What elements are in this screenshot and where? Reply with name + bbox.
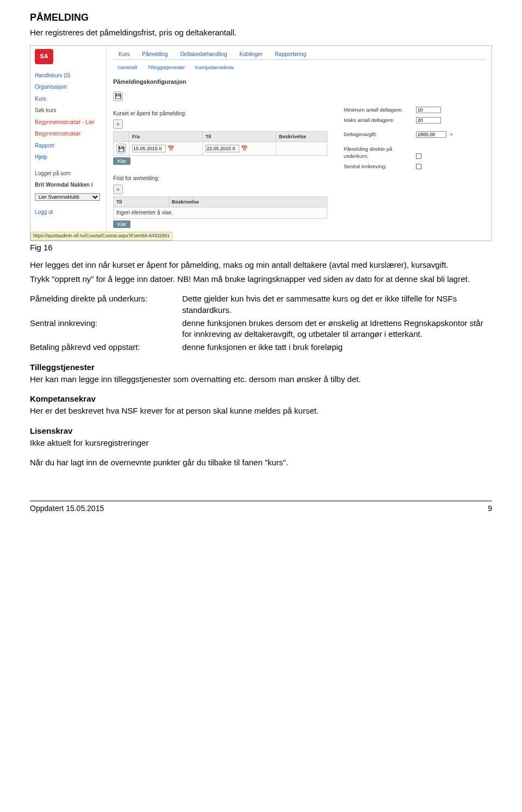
sidebar-item-begynner-lier[interactable]: Begynnerinstruktør - Lier <box>35 116 102 128</box>
klar-button[interactable]: Klar <box>113 157 130 165</box>
logged-label: Logget på som <box>35 168 102 180</box>
main-tabs: Kurs Påmelding Deltakerbehandling Koblin… <box>113 49 485 60</box>
sentral-checkbox[interactable] <box>416 164 421 169</box>
fee-input[interactable] <box>416 131 446 138</box>
tillegg-heading: Tilleggstjenester <box>30 362 492 373</box>
sub-tabs: Generelt Tilleggstjenester Kompetansekra… <box>113 63 485 72</box>
calendar-icon[interactable]: 📅 <box>241 145 247 151</box>
def-desc-1: Dette gjelder kun hvis det er sammesatte… <box>182 293 492 316</box>
sidebar-item-organisasjon[interactable]: Organisasjon <box>35 81 102 93</box>
page-footer: Oppdatert 15.05.2015 9 <box>30 501 492 514</box>
tab-kurs[interactable]: Kurs <box>113 49 135 60</box>
sidebar-item-hjelp[interactable]: Hjelp <box>35 151 102 163</box>
sidebar-item-kurs[interactable]: Kurs <box>35 93 102 105</box>
th-fra: Fra <box>129 132 203 142</box>
th-til: Til <box>203 132 276 142</box>
min-input[interactable] <box>416 107 441 113</box>
th-beskr2: Beskrivelse <box>169 196 327 207</box>
add-row-icon[interactable]: ＋ <box>113 119 123 129</box>
sidebar-item-sok[interactable]: Søk kurs <box>35 104 102 116</box>
kompetanse-heading: Kompetansekrav <box>30 393 492 404</box>
def-term-1: Påmelding direkte på underkurs: <box>30 293 182 316</box>
sentral-label: Sentral innkreving: <box>344 163 414 170</box>
def-term-3: Betaling påkrevd ved oppstart: <box>30 342 182 353</box>
calendar-icon[interactable]: 📅 <box>167 145 174 151</box>
clear-icon[interactable]: × <box>450 131 453 137</box>
intro-text: Her registreres det påmeldingsfrist, pri… <box>30 27 492 38</box>
status-bar-url: https://sportsadmin.nif.no/Course/Course… <box>30 232 172 240</box>
table-row: Ingen elementer å vise. <box>114 207 327 219</box>
para-1: Her legges det inn når kurset er åpent f… <box>30 260 492 270</box>
screenshot-container: SA Handlekurv (0) Organisasjon Kurs Søk … <box>30 45 492 241</box>
fig-label: Fig 16 <box>30 242 492 253</box>
th-til2: Til <box>114 196 169 207</box>
club-select[interactable]: Lier Svømmeklubb <box>35 193 100 201</box>
closing-text: Når du har lagt inn de overnevnte punkte… <box>30 457 492 468</box>
klar-button-2[interactable]: Klar <box>113 220 130 228</box>
footer-left: Oppdatert 15.05.2015 <box>30 503 104 514</box>
lisens-text: Ikke aktuelt for kursregistreringer <box>30 438 492 448</box>
row-save-icon[interactable]: 💾 <box>116 144 126 153</box>
th-beskr: Beskrivelse <box>276 132 327 142</box>
subtab-tillegg[interactable]: Tilleggstjenester <box>143 63 189 72</box>
def-desc-3: denne funksjonen er ikke tatt i bruk for… <box>182 342 492 353</box>
avmelding-label: Frist for avmelding: <box>113 175 327 182</box>
direkte-checkbox[interactable] <box>416 153 421 159</box>
content-area: Kurs Påmelding Deltakerbehandling Koblin… <box>107 46 492 241</box>
sidebar: SA Handlekurv (0) Organisasjon Kurs Søk … <box>30 46 107 241</box>
para-2: Trykk "opprett ny" for å legge inn datoe… <box>30 274 492 285</box>
fra-input[interactable] <box>132 145 166 152</box>
subtab-generelt[interactable]: Generelt <box>113 63 141 72</box>
user-name: Brit Wormdal Nakken i <box>35 179 102 191</box>
avmelding-table: Til Beskrivelse Ingen elementer å vise. <box>113 196 327 219</box>
fee-label: Deltageravgift: <box>344 131 414 138</box>
empty-msg: Ingen elementer å vise. <box>114 207 327 219</box>
table-row: 💾 📅 📅 <box>114 142 327 156</box>
til-input[interactable] <box>206 145 239 152</box>
right-panel: Minimum antall deltagere: Maks antall de… <box>344 107 485 228</box>
max-input[interactable] <box>416 117 441 124</box>
logout-link[interactable]: Logg ut <box>35 206 102 218</box>
direkte-label: Påmelding direkte på underkurs: <box>344 146 414 160</box>
tillegg-text: Her kan man legge inn tilleggstjenester … <box>30 374 492 385</box>
kompetanse-text: Her er det beskrevet hva NSF krever for … <box>30 405 492 416</box>
def-desc-2: denne funksjonen brukes dersom det er øn… <box>182 318 492 340</box>
logo-icon: SA <box>35 49 53 64</box>
subtab-kompetanse[interactable]: Kompetansekrav <box>191 63 238 72</box>
sidebar-item-handlekurv[interactable]: Handlekurv (0) <box>35 70 102 82</box>
tab-koblinger[interactable]: Koblinger <box>234 49 268 60</box>
sidebar-item-begynner[interactable]: Begynnerinstruktør <box>35 128 102 140</box>
period-table: Fra Til Beskrivelse 💾 📅 📅 <box>113 131 327 156</box>
tab-deltaker[interactable]: Deltakerbehandling <box>175 49 232 60</box>
lisens-heading: Lisenskrav <box>30 426 492 436</box>
section-title: Påmeldingskonfigurasjon <box>113 78 485 86</box>
max-label: Maks antall deltagere: <box>344 117 414 124</box>
open-label: Kurset er åpent for påmelding: <box>113 110 327 118</box>
add-row-icon-2[interactable]: ＋ <box>113 184 123 194</box>
tab-pamelding[interactable]: Påmelding <box>136 49 173 60</box>
sidebar-item-rapport[interactable]: Rapport <box>35 140 102 152</box>
footer-right: 9 <box>488 503 492 514</box>
min-label: Minimum antall deltagere: <box>344 107 414 114</box>
tab-rapportering[interactable]: Rapportering <box>269 49 312 60</box>
save-icon[interactable]: 💾 <box>113 91 123 101</box>
def-term-2: Sentral innkreving: <box>30 318 182 340</box>
page-title: PÅMELDING <box>30 11 492 24</box>
